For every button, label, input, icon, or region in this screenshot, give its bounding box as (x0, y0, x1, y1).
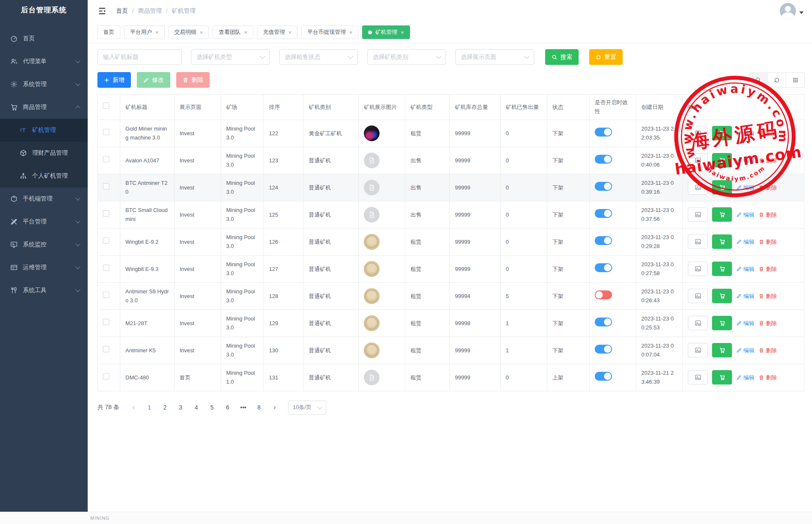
miner-type-select[interactable]: 选择矿机类型 (191, 49, 270, 65)
timeliness-toggle[interactable] (595, 372, 612, 381)
user-menu-caret-icon[interactable] (799, 11, 804, 14)
page-button[interactable]: 2 (158, 401, 171, 414)
page-button[interactable]: 8 (252, 401, 265, 414)
table-refresh-button[interactable] (768, 72, 786, 88)
row-delete-link[interactable]: 删除 (759, 210, 777, 219)
close-tab-icon[interactable]: × (155, 29, 159, 36)
page-button[interactable]: 4 (190, 401, 202, 414)
breadcrumb-home[interactable]: 首页 (116, 7, 128, 15)
open-tab[interactable]: 矿机管理 × (362, 25, 410, 39)
timeliness-toggle[interactable] (595, 236, 612, 245)
sidebar-item-system-mgmt[interactable]: 系统管理 (0, 73, 88, 96)
row-cart-button[interactable] (712, 126, 732, 140)
row-edit-link[interactable]: 编辑 (736, 265, 754, 273)
row-cart-button[interactable] (712, 153, 732, 167)
next-page-button[interactable]: › (268, 401, 281, 414)
row-delete-link[interactable]: 删除 (759, 373, 777, 382)
close-tab-icon[interactable]: × (401, 29, 404, 36)
row-cart-button[interactable] (712, 343, 732, 357)
row-cart-button[interactable] (712, 289, 732, 303)
page-button[interactable]: 5 (205, 401, 218, 414)
table-columns-button[interactable] (786, 72, 805, 88)
row-image-button[interactable] (688, 316, 708, 330)
row-delete-link[interactable]: 删除 (759, 129, 777, 138)
timeliness-toggle[interactable] (595, 209, 612, 218)
row-checkbox[interactable] (103, 319, 109, 325)
page-button[interactable]: 6 (221, 401, 234, 414)
reset-button[interactable]: 重置 (589, 49, 623, 65)
row-edit-link[interactable]: 编辑 (736, 237, 754, 246)
row-checkbox[interactable] (103, 210, 109, 217)
row-edit-link[interactable]: 编辑 (736, 319, 754, 328)
sidebar-item-system-tools[interactable]: 系统工具 (0, 279, 88, 302)
row-image-button[interactable] (688, 370, 708, 385)
row-checkbox[interactable] (103, 183, 109, 190)
row-image-button[interactable] (688, 207, 708, 222)
rent-status-select[interactable]: 选择租售状态 (279, 49, 358, 65)
row-image-button[interactable] (688, 343, 708, 357)
display-page-select[interactable]: 选择展示页面 (455, 49, 534, 65)
search-button[interactable]: 搜索 (545, 49, 579, 65)
sidebar-item-system-monitor[interactable]: 系统监控 (0, 233, 88, 256)
row-cart-button[interactable] (712, 207, 732, 222)
select-all-checkbox[interactable] (103, 103, 109, 109)
row-edit-link[interactable]: 编辑 (736, 156, 754, 165)
add-button[interactable]: 新增 (97, 72, 131, 88)
sidebar-item-miner-mgmt[interactable]: TT 矿机管理 (0, 119, 88, 142)
timeliness-toggle[interactable] (595, 155, 612, 164)
row-delete-link[interactable]: 删除 (759, 292, 777, 301)
open-tab[interactable]: 充值管理 × (257, 25, 298, 39)
row-delete-link[interactable]: 删除 (759, 237, 777, 246)
sidebar-item-product-mgmt[interactable]: 商品管理 (0, 96, 88, 119)
row-image-button[interactable] (688, 262, 708, 276)
row-image-button[interactable] (688, 234, 708, 249)
row-edit-link[interactable]: 编辑 (736, 346, 754, 355)
sidebar-item-ops-mgmt[interactable]: 运维管理 (0, 256, 88, 279)
row-image-button[interactable] (688, 289, 708, 303)
sidebar-collapse-icon[interactable] (97, 6, 107, 16)
open-tab[interactable]: 平台用户 × (124, 25, 165, 39)
timeliness-toggle[interactable] (595, 290, 612, 299)
row-image-button[interactable] (688, 126, 708, 140)
row-checkbox[interactable] (103, 129, 109, 135)
sidebar-item-agent-menu[interactable]: 代理菜单 (0, 50, 88, 73)
user-avatar[interactable] (780, 3, 796, 19)
row-cart-button[interactable] (712, 262, 732, 276)
row-delete-link[interactable]: 删除 (759, 319, 777, 328)
row-edit-link[interactable]: 编辑 (736, 292, 754, 301)
row-checkbox[interactable] (103, 237, 109, 244)
prev-page-button[interactable]: ‹ (127, 401, 140, 414)
row-delete-link[interactable]: 删除 (759, 346, 777, 355)
table-search-toggle-button[interactable] (749, 72, 768, 88)
page-button[interactable]: 1 (143, 401, 155, 414)
row-edit-link[interactable]: 编辑 (736, 373, 754, 382)
timeliness-toggle[interactable] (595, 182, 612, 191)
row-checkbox[interactable] (103, 292, 109, 298)
timeliness-toggle[interactable] (595, 263, 612, 272)
page-ellipsis[interactable]: ••• (237, 401, 249, 414)
breadcrumb-product[interactable]: 商品管理 (138, 7, 162, 15)
page-button[interactable]: 3 (174, 401, 187, 414)
timeliness-toggle[interactable] (595, 128, 612, 137)
close-tab-icon[interactable]: × (288, 29, 292, 36)
close-tab-icon[interactable]: × (200, 29, 203, 36)
timeliness-toggle[interactable] (595, 345, 612, 354)
row-cart-button[interactable] (712, 180, 732, 195)
row-checkbox[interactable] (103, 156, 109, 162)
row-delete-link[interactable]: 删除 (759, 156, 777, 165)
open-tab[interactable]: 平台币提现管理 × (301, 25, 358, 39)
close-tab-icon[interactable]: × (349, 29, 352, 36)
page-size-select[interactable]: 10条/页 (288, 401, 326, 415)
sidebar-item-mobile-mgmt[interactable]: 手机端管理 (0, 187, 88, 210)
row-delete-link[interactable]: 删除 (759, 265, 777, 273)
sidebar-item-finance-product-mgmt[interactable]: 理财产品管理 (0, 142, 88, 164)
row-edit-link[interactable]: 编辑 (736, 183, 754, 192)
timeliness-toggle[interactable] (595, 318, 612, 326)
close-tab-icon[interactable]: × (244, 29, 247, 36)
row-cart-button[interactable] (712, 370, 732, 385)
row-edit-link[interactable]: 编辑 (736, 210, 754, 219)
edit-button[interactable]: 修改 (137, 72, 170, 88)
delete-button[interactable]: 删除 (176, 72, 210, 88)
row-checkbox[interactable] (103, 373, 109, 379)
sidebar-item-personal-miner-mgmt[interactable]: 个人矿机管理 (0, 164, 88, 187)
